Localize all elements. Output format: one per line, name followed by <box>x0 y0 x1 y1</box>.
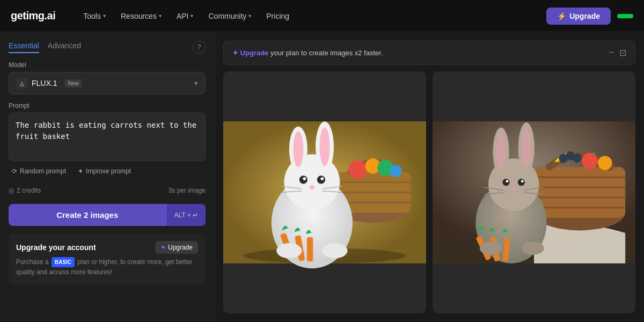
create-button-row: Create 2 images ALT + ↵ <box>9 204 206 226</box>
prompt-actions: ⟳ Random prompt ✦ Improve prompt <box>9 165 206 177</box>
banner-upgrade-link[interactable]: ✦ Upgrade <box>232 49 268 57</box>
model-dropdown[interactable]: △ FLUX.1 New ▾ <box>9 72 206 94</box>
svg-point-7 <box>348 160 367 179</box>
banner-minimize-icon[interactable]: − <box>609 48 614 58</box>
prompt-textarea[interactable]: The rabbit is eating carrots next to the… <box>9 113 206 161</box>
basic-badge: BASIC <box>52 257 75 267</box>
create-shortcut-button[interactable]: ALT + ↵ <box>166 204 206 226</box>
prompt-label: Prompt <box>9 102 206 109</box>
right-panel: ✦ Upgrade your plan to create images x2 … <box>215 32 644 322</box>
nav-item-api[interactable]: API ▾ <box>170 9 200 24</box>
rabbit-image-1 <box>223 71 426 313</box>
chevron-down-icon: ▾ <box>248 13 251 19</box>
bolt2-icon: ✦ <box>160 244 166 251</box>
upgrade-banner: ✦ Upgrade your plan to create images x2 … <box>223 41 635 65</box>
random-prompt-button[interactable]: ⟳ Random prompt <box>9 165 69 177</box>
credits-row: ◎ 2 credits 3s per image <box>9 185 206 196</box>
model-section: Model △ FLUX.1 New ▾ <box>9 61 206 94</box>
svg-point-54 <box>511 187 516 191</box>
svg-point-49 <box>522 128 531 167</box>
generated-image-1[interactable] <box>223 71 426 313</box>
nav-item-tools[interactable]: Tools ▾ <box>77 9 112 24</box>
image-grid <box>223 71 635 313</box>
credit-bar <box>617 14 633 18</box>
tab-essential[interactable]: Essential <box>9 41 39 53</box>
chevron-down-icon: ▾ <box>191 13 193 19</box>
model-badge: New <box>64 79 82 87</box>
svg-point-30 <box>322 243 347 258</box>
tab-group: Essential Advanced <box>9 41 81 53</box>
improve-icon: ✦ <box>78 167 83 175</box>
generated-image-2[interactable] <box>433 71 635 313</box>
svg-rect-34 <box>534 167 625 218</box>
banner-text: your plan to create images x2 faster. <box>270 49 383 57</box>
svg-point-51 <box>518 179 525 186</box>
svg-point-52 <box>506 180 509 182</box>
chevron-down-icon: ▾ <box>194 79 197 87</box>
upgrade-box: Upgrade your account ✦ Upgrade Purchase … <box>9 233 206 284</box>
nav-item-resources[interactable]: Resources ▾ <box>114 9 168 24</box>
nav-item-community[interactable]: Community ▾ <box>202 9 258 24</box>
speed-label: 3s per image <box>169 187 206 194</box>
svg-point-21 <box>310 185 314 189</box>
chevron-down-icon: ▾ <box>159 13 162 19</box>
model-icon: △ <box>17 78 27 89</box>
svg-point-39 <box>582 153 598 169</box>
navbar: getimg.ai Tools ▾ Resources ▾ API ▾ Comm… <box>0 0 644 32</box>
credits-label: 2 credits <box>17 187 41 194</box>
rabbit-image-2 <box>433 71 635 313</box>
left-panel: Essential Advanced ? Model △ FLUX.1 New … <box>0 32 215 322</box>
svg-point-43 <box>573 153 582 163</box>
model-label: Model <box>9 61 206 69</box>
banner-expand-icon[interactable]: ⊡ <box>619 48 626 58</box>
svg-point-16 <box>320 128 330 166</box>
improve-prompt-button[interactable]: ✦ Improve prompt <box>75 165 134 177</box>
chevron-down-icon: ▾ <box>103 13 106 19</box>
info-icon[interactable]: ? <box>193 41 206 54</box>
upgrade-box-text: Purchase a BASIC plan or higher, to crea… <box>16 257 198 277</box>
upgrade-box-button[interactable]: ✦ Upgrade <box>155 241 198 254</box>
svg-point-29 <box>276 243 302 258</box>
main-content: Essential Advanced ? Model △ FLUX.1 New … <box>0 32 644 322</box>
prompt-section: Prompt The rabbit is eating carrots next… <box>9 102 206 177</box>
svg-point-20 <box>320 177 324 180</box>
svg-point-10 <box>390 165 402 177</box>
upgrade-button[interactable]: ⚡ Upgrade <box>546 8 611 25</box>
svg-point-47 <box>496 134 506 170</box>
svg-point-50 <box>502 179 509 186</box>
nav-right: ⚡ Upgrade <box>546 8 633 25</box>
nav-item-pricing[interactable]: Pricing <box>260 9 296 24</box>
shortcut-label: ALT + ↵ <box>174 211 198 219</box>
upgrade-box-title-text: Upgrade your account <box>16 243 96 252</box>
svg-point-40 <box>598 156 612 170</box>
svg-point-14 <box>293 131 303 167</box>
create-images-button[interactable]: Create 2 images <box>9 204 166 226</box>
svg-point-62 <box>480 241 502 255</box>
svg-point-63 <box>522 241 544 255</box>
brand-logo[interactable]: getimg.ai <box>11 10 55 22</box>
tab-advanced[interactable]: Advanced <box>48 41 81 53</box>
svg-rect-28 <box>307 237 313 261</box>
model-name: FLUX.1 <box>32 79 57 87</box>
nav-items: Tools ▾ Resources ▾ API ▾ Community ▾ Pr… <box>77 9 546 24</box>
svg-point-53 <box>521 180 524 182</box>
svg-point-19 <box>303 177 306 180</box>
bolt-icon: ⚡ <box>557 12 566 20</box>
random-icon: ⟳ <box>12 167 17 175</box>
tabs-row: Essential Advanced ? <box>9 41 206 54</box>
credits-icon: ◎ <box>9 187 14 194</box>
